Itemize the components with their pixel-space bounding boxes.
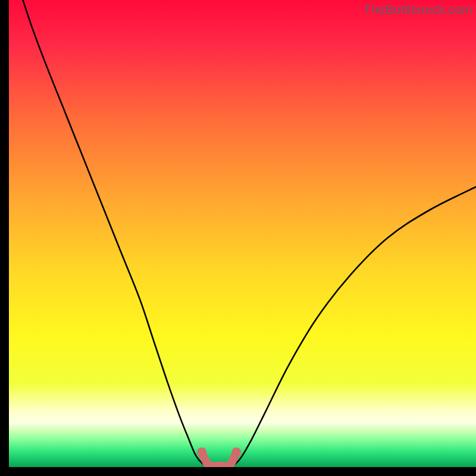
curve-layer xyxy=(9,0,476,467)
bottleneck-curve xyxy=(23,0,476,467)
optimal-range-end-dot xyxy=(231,447,241,457)
watermark-text: TheBottleneck.com xyxy=(364,2,472,17)
optimal-range-start-dot xyxy=(197,447,206,457)
optimal-range-highlight xyxy=(202,452,236,466)
plot-area xyxy=(9,0,476,467)
bottleneck-chart: TheBottleneck.com xyxy=(0,0,476,476)
